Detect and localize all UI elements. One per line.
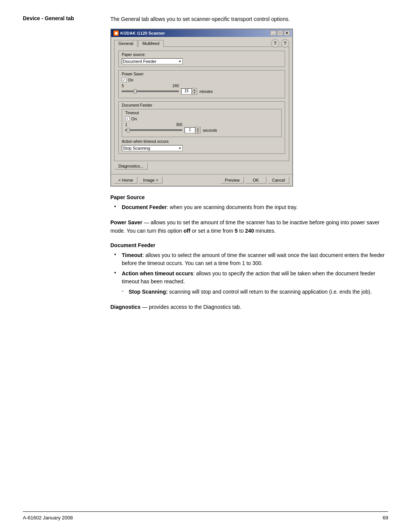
right-content: The General tab allows you to set scanne… (110, 15, 388, 318)
paper-source-description: Paper Source • Document Feeder: when you… (110, 194, 388, 211)
dialog-titlebar: ▣ KODAK i1120 Scanner _ □ ✕ (111, 29, 292, 37)
power-saver-input[interactable]: 15 (181, 88, 192, 94)
paper-source-label: Paper source: (122, 53, 282, 57)
power-saver-group: Power Saver ✓ On 5 240 (118, 70, 285, 98)
timeout-slider-labels: 1 300 (125, 123, 182, 127)
action-select-arrow-icon: ▼ (178, 147, 182, 150)
power-saver-slider-row: 15 ▲ ▼ minutes (122, 88, 282, 95)
paper-source-heading: Paper Source (110, 194, 388, 200)
minimize-button[interactable]: _ (270, 30, 276, 36)
dialog-title: KODAK i1120 Scanner (120, 31, 165, 35)
timeout-up-arrow[interactable]: ▲ (196, 127, 200, 130)
power-saver-checkbox-row: ✓ On (122, 78, 282, 82)
timeout-checkbox[interactable]: ✓ (125, 117, 130, 121)
tab-bar: General Multifeed (114, 40, 289, 47)
action-bullet: • Action when timeout occurs: allows you… (110, 270, 388, 286)
power-saver-description: Power Saver — allows you to set the amou… (110, 218, 388, 235)
diagnostics-body: Diagnostics — provides access to the Dia… (110, 303, 388, 311)
document-feeder-bullet: • Document Feeder: when you are scanning… (110, 203, 388, 211)
intro-text: The General tab allows you to set scanne… (110, 15, 388, 23)
timeout-slider-row: 1 ▲ ▼ seconds (125, 127, 278, 134)
cancel-button[interactable]: Cancel (268, 177, 289, 184)
timeout-arrows[interactable]: ▲ ▼ (195, 127, 201, 134)
power-saver-down-arrow[interactable]: ▼ (192, 91, 197, 94)
paper-source-select[interactable]: Document Feeder ▼ (122, 58, 183, 64)
close-button[interactable]: ✕ (284, 30, 290, 36)
help-icon-2[interactable]: ? (281, 39, 289, 48)
dialog-buttons: < Home Image > Preview OK Cancel (111, 174, 292, 186)
power-saver-checkbox[interactable]: ✓ (122, 78, 126, 82)
timeout-unit: seconds (203, 128, 217, 133)
titlebar-title: ▣ KODAK i1120 Scanner (113, 30, 165, 36)
preview-button[interactable]: Preview (221, 177, 244, 184)
power-saver-slider-thumb[interactable] (134, 89, 137, 94)
document-feeder-group: Document Feeder Timeout ✓ On 1 (118, 101, 285, 154)
timeout-bullet-icon: • (114, 251, 119, 267)
help-icons: ? ? (271, 39, 289, 48)
timeout-slider-thumb[interactable] (127, 128, 130, 133)
action-select[interactable]: Stop Scanning ▼ (122, 145, 183, 151)
action-bullet-text: Action when timeout occurs: allows you t… (122, 270, 388, 286)
section-label: Device - General tab (23, 15, 99, 318)
timeout-label: Timeout (125, 111, 278, 115)
document-feeder-description: Document Feeder • Timeout: allows you to… (110, 242, 388, 296)
app-icon: ▣ (113, 30, 119, 36)
diagnostics-button[interactable]: Diagnostics... (114, 163, 148, 169)
power-saver-body: Power Saver — allows you to set the amou… (110, 218, 388, 235)
help-icon-1[interactable]: ? (271, 39, 279, 48)
power-saver-unit: minutes (199, 89, 213, 94)
diagnostics-row: Diagnostics... (114, 161, 289, 171)
power-saver-on-label: On (128, 78, 134, 82)
timeout-down-arrow[interactable]: ▼ (196, 130, 200, 133)
footer-left: A-61602 January 2008 (23, 515, 73, 521)
timeout-spinbox[interactable]: 1 ▲ ▼ (185, 127, 201, 134)
stop-scanning-sub-bullet: - Stop Scanning: scanning will stop and … (110, 288, 388, 296)
stop-scanning-text: Stop Scanning: scanning will stop and co… (129, 288, 372, 296)
titlebar-controls[interactable]: _ □ ✕ (270, 30, 290, 36)
timeout-input[interactable]: 1 (185, 127, 195, 133)
image-button[interactable]: Image > (139, 177, 162, 184)
timeout-group: Timeout ✓ On 1 300 (122, 109, 282, 137)
maximize-button[interactable]: □ (277, 30, 283, 36)
action-label: Action when timeout occurs: (122, 139, 282, 144)
power-saver-up-arrow[interactable]: ▲ (192, 88, 197, 91)
home-button[interactable]: < Home (114, 177, 137, 184)
paper-source-group: Paper source: Document Feeder ▼ (118, 51, 285, 67)
timeout-bullet-text: Timeout: allows you to select the amount… (122, 251, 388, 267)
action-bullet-icon: • (114, 270, 119, 286)
document-feeder-label: Document Feeder (122, 103, 282, 107)
timeout-checkbox-row: ✓ On (125, 117, 278, 121)
tab-content: Paper source: Document Feeder ▼ Power Sa… (114, 46, 289, 161)
tab-general[interactable]: General (114, 40, 137, 47)
action-section: Action when timeout occurs: Stop Scannin… (122, 139, 282, 151)
document-feeder-heading: Document Feeder (110, 242, 388, 248)
bullet-icon: • (114, 203, 119, 211)
timeout-bullet: • Timeout: allows you to select the amou… (110, 251, 388, 267)
document-feeder-bullet-text: Document Feeder: when you are scanning d… (122, 203, 298, 211)
footer-right: 69 (383, 515, 388, 521)
scanner-dialog: ▣ KODAK i1120 Scanner _ □ ✕ ? ? (110, 29, 293, 187)
power-saver-label: Power Saver (122, 72, 282, 76)
tab-multifeed[interactable]: Multifeed (138, 40, 164, 47)
power-saver-spinbox[interactable]: 15 ▲ ▼ (181, 88, 197, 95)
ok-button[interactable]: OK (245, 177, 266, 184)
dialog-body: ? ? General Multifeed (111, 37, 292, 174)
page-footer: A-61602 January 2008 69 (23, 511, 388, 521)
power-saver-slider[interactable] (122, 91, 179, 92)
sub-bullet-dash-icon: - (122, 288, 126, 296)
timeout-on-label: On (131, 117, 137, 121)
diagnostics-description: Diagnostics — provides access to the Dia… (110, 303, 388, 311)
power-saver-arrows[interactable]: ▲ ▼ (192, 88, 197, 95)
select-arrow-icon: ▼ (178, 60, 182, 63)
power-saver-slider-labels: 5 240 (122, 84, 179, 88)
timeout-slider[interactable] (125, 129, 182, 131)
